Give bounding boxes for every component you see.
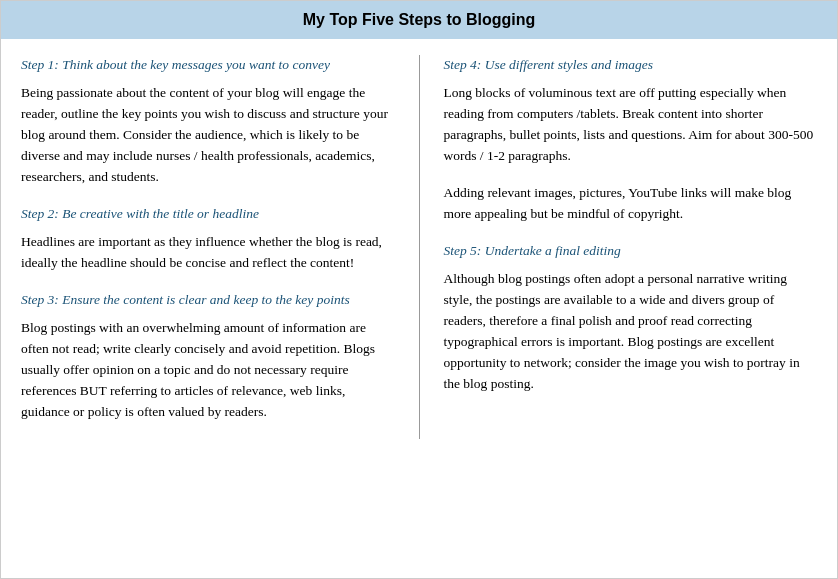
step1-heading: Step 1: Think about the key messages you… bbox=[21, 55, 395, 75]
step3-body: Blog postings with an overwhelming amoun… bbox=[21, 318, 395, 423]
step2-heading: Step 2: Be creative with the title or he… bbox=[21, 204, 395, 224]
step4-heading: Step 4: Use different styles and images bbox=[444, 55, 818, 75]
step4-body: Long blocks of voluminous text are off p… bbox=[444, 83, 818, 167]
page-container: My Top Five Steps to Blogging Step 1: Th… bbox=[0, 0, 838, 579]
step3-heading: Step 3: Ensure the content is clear and … bbox=[21, 290, 395, 310]
column-divider bbox=[419, 55, 420, 439]
step5-body: Although blog postings often adopt a per… bbox=[444, 269, 818, 395]
step2-body: Headlines are important as they influenc… bbox=[21, 232, 395, 274]
step1-body: Being passionate about the content of yo… bbox=[21, 83, 395, 188]
left-column: Step 1: Think about the key messages you… bbox=[21, 55, 395, 439]
right-column: Step 4: Use different styles and images … bbox=[444, 55, 818, 439]
header-bar: My Top Five Steps to Blogging bbox=[1, 1, 837, 39]
step5-heading: Step 5: Undertake a final editing bbox=[444, 241, 818, 261]
page-title: My Top Five Steps to Blogging bbox=[303, 11, 536, 28]
step4-body2: Adding relevant images, pictures, YouTub… bbox=[444, 183, 818, 225]
content-area: Step 1: Think about the key messages you… bbox=[1, 39, 837, 455]
